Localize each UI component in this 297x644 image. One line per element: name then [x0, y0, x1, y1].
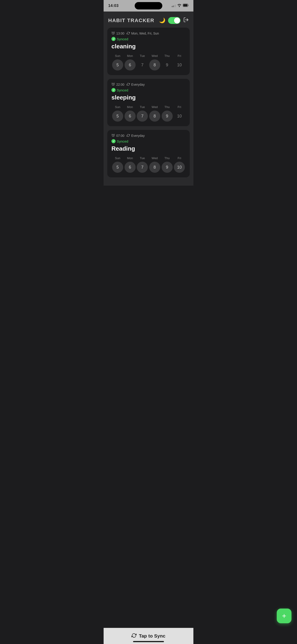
- day-col-reading-5[interactable]: Fri10: [173, 156, 186, 173]
- day-col-reading-0[interactable]: Sun5: [112, 156, 124, 173]
- day-label-cleaning-3: Wed: [152, 54, 158, 58]
- day-label-sleeping-1: Mon: [127, 105, 133, 109]
- habit-card-reading[interactable]: 07:00 Everyday ✓ Synced ReadingSun5Mon6T…: [107, 130, 190, 177]
- day-label-reading-3: Wed: [152, 156, 158, 160]
- status-icons: [172, 4, 189, 8]
- day-circle-sleeping-0[interactable]: 5: [112, 110, 123, 122]
- days-row-sleeping: Sun5Mon6Tue7Wed8Thu9Fri10: [112, 105, 186, 122]
- dynamic-island: [135, 2, 162, 10]
- day-col-reading-2[interactable]: Tue7: [136, 156, 148, 173]
- day-circle-reading-4[interactable]: 9: [162, 162, 173, 173]
- app-header: HABIT TRACKER 🌙: [104, 12, 194, 28]
- day-col-cleaning-5[interactable]: Fri10: [173, 54, 186, 70]
- synced-label-cleaning: ✓ Synced: [112, 37, 186, 41]
- dark-mode-toggle[interactable]: [168, 17, 180, 24]
- day-col-sleeping-0[interactable]: Sun5: [112, 105, 124, 122]
- habit-name-reading: Reading: [112, 145, 186, 152]
- synced-label-sleeping: ✓ Synced: [112, 88, 186, 92]
- toggle-knob: [174, 18, 180, 24]
- day-label-sleeping-2: Tue: [140, 105, 145, 109]
- day-label-cleaning-5: Fri: [178, 54, 181, 58]
- day-col-reading-3[interactable]: Wed8: [148, 156, 161, 173]
- status-bar: 14:03: [104, 0, 194, 12]
- day-circle-sleeping-4[interactable]: 9: [162, 110, 173, 122]
- moon-icon: 🌙: [159, 18, 165, 24]
- synced-check-icon: ✓: [112, 37, 116, 41]
- signal-icon: [172, 4, 176, 7]
- habit-name-sleeping: sleeping: [112, 94, 186, 101]
- day-label-cleaning-0: Sun: [115, 54, 120, 58]
- day-col-reading-4[interactable]: Thu9: [161, 156, 173, 173]
- alarm-icon: [112, 31, 115, 36]
- habit-card-sleeping[interactable]: 22:00 Everyday ✓ Synced sleepingSun5Mon6…: [107, 79, 190, 126]
- day-circle-cleaning-0[interactable]: 5: [112, 60, 123, 70]
- synced-text-reading: Synced: [117, 139, 128, 143]
- alarm-icon: [112, 134, 115, 138]
- habit-repeat-cleaning: Mon, Wed, Fri, Sun: [131, 32, 159, 35]
- synced-check-icon: ✓: [112, 88, 116, 92]
- day-col-sleeping-2[interactable]: Tue7: [136, 105, 148, 122]
- repeat-icon: [127, 32, 130, 36]
- day-number-cleaning-5: 10: [174, 60, 185, 70]
- svg-rect-1: [183, 4, 188, 6]
- day-col-sleeping-4[interactable]: Thu9: [161, 105, 173, 122]
- habit-repeat-sleeping: Everyday: [131, 83, 144, 86]
- habits-list: 13:00 Mon, Wed, Fri, Sun ✓ Synced cleani…: [104, 28, 194, 177]
- day-label-sleeping-5: Fri: [178, 105, 181, 109]
- synced-check-icon: ✓: [112, 139, 116, 143]
- habit-name-cleaning: cleaning: [112, 43, 186, 50]
- habit-repeat-reading: Everyday: [131, 134, 144, 138]
- day-label-reading-0: Sun: [115, 156, 120, 160]
- habit-meta-sleeping: 22:00 Everyday: [112, 82, 186, 86]
- logout-icon[interactable]: [183, 17, 189, 24]
- day-label-cleaning-1: Mon: [127, 54, 133, 58]
- day-label-cleaning-4: Thu: [164, 54, 170, 58]
- day-circle-reading-5[interactable]: 10: [174, 162, 185, 173]
- repeat-icon: [127, 83, 130, 86]
- habit-time-cleaning: 13:00: [116, 32, 124, 35]
- day-col-sleeping-1[interactable]: Mon6: [124, 105, 136, 122]
- repeat-icon: [127, 134, 130, 138]
- day-col-cleaning-4[interactable]: Thu9: [161, 54, 173, 70]
- day-label-reading-2: Tue: [140, 156, 145, 160]
- day-label-sleeping-0: Sun: [115, 105, 120, 109]
- day-circle-reading-1[interactable]: 6: [124, 162, 136, 173]
- day-col-cleaning-3[interactable]: Wed8: [148, 54, 161, 70]
- wifi-icon: [177, 4, 182, 8]
- day-col-sleeping-5[interactable]: Fri10: [173, 105, 186, 122]
- day-number-cleaning-2: 7: [137, 60, 148, 70]
- habit-card-cleaning[interactable]: 13:00 Mon, Wed, Fri, Sun ✓ Synced cleani…: [107, 28, 190, 75]
- day-col-cleaning-2[interactable]: Tue7: [136, 54, 148, 70]
- battery-icon: [183, 4, 189, 8]
- habit-meta-reading: 07:00 Everyday: [112, 134, 186, 138]
- day-circle-reading-0[interactable]: 5: [112, 162, 123, 173]
- synced-text-cleaning: Synced: [117, 37, 128, 41]
- alarm-icon: [112, 82, 115, 86]
- habit-meta-cleaning: 13:00 Mon, Wed, Fri, Sun: [112, 31, 186, 36]
- days-row-cleaning: Sun5Mon6Tue7Wed8Thu9Fri10: [112, 54, 186, 70]
- day-number-cleaning-4: 9: [162, 60, 173, 70]
- app-title: HABIT TRACKER: [108, 18, 154, 24]
- page-wrapper: 14:03: [104, 0, 194, 194]
- habit-time-sleeping: 22:00: [116, 83, 124, 86]
- day-circle-reading-2[interactable]: 7: [137, 162, 148, 173]
- day-circle-reading-3[interactable]: 8: [149, 162, 160, 173]
- day-label-reading-1: Mon: [127, 156, 133, 160]
- days-row-reading: Sun5Mon6Tue7Wed8Thu9Fri10: [112, 156, 186, 173]
- day-col-cleaning-1[interactable]: Mon6: [124, 54, 136, 70]
- day-col-cleaning-0[interactable]: Sun5: [112, 54, 124, 70]
- day-label-reading-4: Thu: [164, 156, 170, 160]
- day-number-sleeping-5: 10: [174, 110, 185, 122]
- main-content: HABIT TRACKER 🌙: [104, 12, 194, 186]
- day-circle-sleeping-3[interactable]: 8: [149, 110, 160, 122]
- synced-text-sleeping: Synced: [117, 88, 128, 92]
- day-label-cleaning-2: Tue: [140, 54, 145, 58]
- day-label-sleeping-3: Wed: [152, 105, 158, 109]
- day-col-sleeping-3[interactable]: Wed8: [148, 105, 161, 122]
- day-circle-sleeping-2[interactable]: 7: [137, 110, 148, 122]
- day-col-reading-1[interactable]: Mon6: [124, 156, 136, 173]
- day-label-sleeping-4: Thu: [164, 105, 170, 109]
- day-circle-cleaning-3[interactable]: 8: [149, 60, 160, 70]
- day-circle-cleaning-1[interactable]: 6: [124, 60, 136, 70]
- day-circle-sleeping-1[interactable]: 6: [124, 110, 136, 122]
